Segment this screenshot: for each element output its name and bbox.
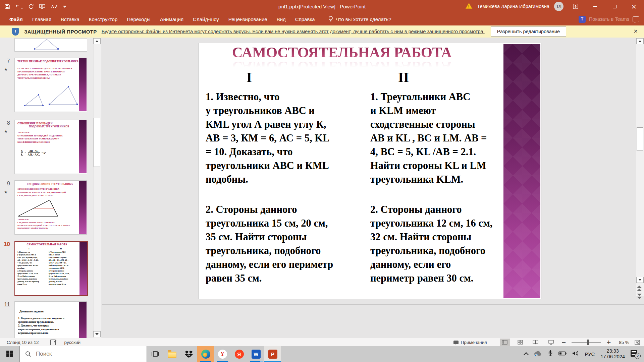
enable-editing-button[interactable]: Разрешить редактирование: [491, 26, 566, 37]
notes-icon[interactable]: [50, 340, 56, 345]
task1-variant2: 1. Треугольники АВС и KLM имеют сходстве…: [370, 90, 515, 186]
tab-transitions[interactable]: Переходы: [122, 13, 155, 25]
animation-star-icon: [4, 190, 8, 194]
slide-number: 11: [0, 301, 10, 308]
language-indicator[interactable]: русский: [64, 340, 80, 345]
column1-text: 1. Известно, что у треугольников АВС и К…: [206, 90, 358, 285]
avatar[interactable]: ТЛ: [554, 2, 564, 11]
tab-view[interactable]: Вид: [272, 13, 290, 25]
close-button[interactable]: ×: [627, 0, 641, 13]
taskbar-clock[interactable]: 23:3317.06.2024: [600, 348, 625, 360]
zoom-slider-handle[interactable]: [587, 340, 589, 345]
zoom-level[interactable]: 85 %: [616, 340, 629, 345]
thumbnail-slide-6-partial[interactable]: [14, 38, 87, 52]
zoom-slider[interactable]: [572, 342, 601, 343]
mini-slide-title: САМОСТОЯТЕЛЬНАЯ РАБОТА: [15, 243, 79, 246]
banner-close-icon[interactable]: [634, 25, 638, 37]
restore-button[interactable]: [607, 0, 622, 13]
word-icon[interactable]: W: [248, 346, 264, 362]
onedrive-icon[interactable]: [534, 350, 542, 358]
microphone-icon[interactable]: [548, 350, 553, 358]
slideshow-view-button[interactable]: [546, 339, 556, 346]
scroll-up-icon: [638, 40, 642, 42]
tab-insert[interactable]: Вставка: [56, 13, 84, 25]
thumbnail-scrollbar-thumb[interactable]: [94, 118, 100, 167]
slide-sorter-view-button[interactable]: [515, 339, 525, 346]
minimize-button[interactable]: [588, 0, 602, 13]
tab-review[interactable]: Рецензирование: [224, 13, 272, 25]
system-tray: РУС 23:3317.06.2024 2: [524, 346, 644, 362]
comments-button[interactable]: Примечания: [453, 340, 487, 345]
normal-view-button[interactable]: [500, 339, 510, 346]
mini-col1-text: 1. Известно, что у треугольников АВС и К…: [17, 251, 48, 286]
account-name[interactable]: Темижева Ларина Ибрагимовна: [477, 4, 549, 9]
tray-expand-chevron-icon[interactable]: [524, 352, 529, 357]
thumbnail-slide-8[interactable]: ОТНОШЕНИЕ ПЛОЩАДЕЙ ПОДОБНЫХ ТРЕУГОЛЬНИКО…: [14, 120, 87, 174]
dropbox-icon[interactable]: [180, 346, 197, 362]
slide-counter[interactable]: Слайд 10 из 12: [7, 340, 39, 345]
thumbnail-slide-9[interactable]: СРЕДНЯЯ ЛИНИЯ ТРЕУГОЛЬНИКА СРЕДНЕЙ ЛИНИЕ…: [14, 180, 87, 235]
feedback-comment-icon[interactable]: [633, 16, 639, 22]
comment-bubble-icon: [453, 341, 459, 344]
task-view-button[interactable]: [147, 346, 164, 362]
main-scrollbar[interactable]: [636, 38, 644, 296]
tab-help[interactable]: Справка: [290, 13, 320, 25]
animation-star-icon: [4, 67, 8, 72]
zoom-out-button[interactable]: −: [561, 339, 566, 346]
thumbnail-scroll-down-button[interactable]: [93, 331, 101, 337]
scroll-down-icon: [638, 279, 642, 281]
thumbnail-scrollbar[interactable]: [93, 38, 101, 338]
tell-me-label: Что вы хотите сделать?: [336, 16, 391, 22]
customize-qat-icon[interactable]: [63, 4, 66, 8]
minimize-icon: [593, 6, 597, 7]
taskbar-search[interactable]: [19, 346, 147, 362]
next-slide-button[interactable]: [637, 294, 642, 299]
font-style-icon[interactable]: A: [51, 4, 57, 9]
save-icon[interactable]: [5, 4, 10, 9]
fit-slide-to-window-button[interactable]: [635, 340, 640, 345]
zoom-in-button[interactable]: +: [606, 339, 611, 346]
tab-design[interactable]: Конструктор: [84, 13, 122, 25]
battery-icon[interactable]: [558, 351, 567, 357]
tab-slideshow[interactable]: Слайд-шоу: [188, 13, 224, 25]
thumb9-title: СРЕДНЯЯ ЛИНИЯ ТРЕУГОЛЬНИКА: [27, 183, 73, 186]
slide-canvas[interactable]: САМОСТОЯТЕЛЬНАЯ РАБОТА САМОСТОЯТЕЛЬНАЯ Р…: [199, 43, 541, 299]
main-scroll-down-button[interactable]: [636, 277, 644, 283]
main-scrollbar-thumb[interactable]: [637, 127, 643, 151]
yandex-icon[interactable]: Я: [231, 346, 248, 362]
thumb7-title: ТРЕТИЙ ПРИЗНАК ПОДОБИЯ ТРЕУГОЛЬНИКА: [17, 60, 78, 63]
show-in-teams-button[interactable]: Показать в Teams: [589, 16, 629, 22]
animation-star-icon: [4, 129, 8, 134]
thumbnail-slide-7[interactable]: ТРЕТИЙ ПРИЗНАК ПОДОБИЯ ТРЕУГОЛЬНИКА ЕСЛИ…: [14, 58, 87, 112]
slide-accent-band: [79, 120, 87, 173]
tell-me-search[interactable]: Что вы хотите сделать?: [328, 16, 391, 23]
search-input[interactable]: [35, 350, 130, 358]
main-scroll-up-button[interactable]: [636, 38, 644, 44]
undo-icon[interactable]: [15, 4, 23, 9]
tab-home[interactable]: Главная: [28, 13, 56, 25]
edge-logo: [201, 350, 210, 359]
tab-animations[interactable]: Анимация: [155, 13, 188, 25]
thumbnail-scroll-up-button[interactable]: [93, 38, 101, 44]
file-explorer-icon[interactable]: [164, 346, 180, 362]
slideshow-preview-icon[interactable]: [39, 4, 45, 9]
keyboard-language[interactable]: РУС: [585, 351, 595, 357]
redo-icon[interactable]: [29, 4, 34, 9]
thumbnail-slide-11[interactable]: Домашнее задание: 1. Выучить доказательс…: [14, 301, 87, 338]
action-center-button[interactable]: 2: [631, 350, 639, 358]
tab-file[interactable]: Файл: [5, 13, 28, 25]
slide-number: 7: [0, 58, 10, 64]
volume-icon[interactable]: [572, 351, 579, 357]
thumbnail-slide-10-selected[interactable]: САМОСТОЯТЕЛЬНАЯ РАБОТА I II 1. Известно,…: [14, 241, 88, 296]
mini-col1-heading: I: [29, 247, 30, 250]
powerpoint-icon-active[interactable]: P: [264, 346, 281, 362]
previous-slide-button[interactable]: [637, 286, 642, 291]
ribbon-display-options-button[interactable]: [568, 0, 583, 13]
reading-view-button[interactable]: [531, 339, 541, 346]
task1-variant1: 1. Известно, что у треугольников АВС и К…: [206, 90, 358, 186]
yandex-browser-icon[interactable]: Y: [214, 346, 231, 362]
task2-variant1: 2. Стороны данного треугольника 15 см, 2…: [206, 203, 358, 285]
edge-icon[interactable]: [197, 346, 214, 362]
start-button[interactable]: [0, 346, 19, 362]
thumb9-body: СРЕДНЕЙ ЛИНИЕЙ ТРЕУГОЛЬНИКА НАЗЫВАЕТСЯ О…: [17, 187, 66, 197]
